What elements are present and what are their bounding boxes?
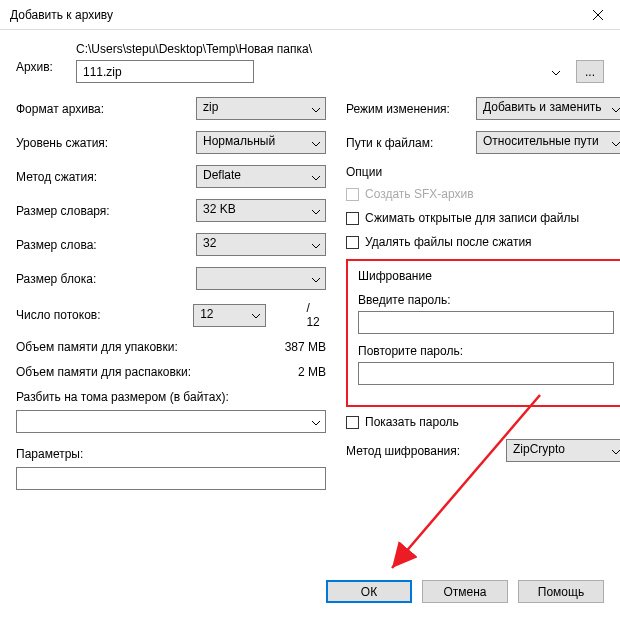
block-select[interactable] [196, 267, 326, 290]
split-input[interactable] [16, 410, 326, 433]
dict-select[interactable]: 32 KB [196, 199, 326, 222]
dict-label: Размер словаря: [16, 204, 196, 218]
compress-open-checkbox[interactable] [346, 212, 359, 225]
encryption-title: Шифрование [358, 269, 614, 283]
block-label: Размер блока: [16, 272, 196, 286]
enc-method-label: Метод шифрования: [346, 444, 506, 458]
cancel-button[interactable]: Отмена [422, 580, 508, 603]
paths-label: Пути к файлам: [346, 136, 476, 150]
mem-pack-label: Объем памяти для упаковки: [16, 340, 178, 354]
password-input[interactable] [358, 311, 614, 334]
threads-label: Число потоков: [16, 308, 193, 322]
help-button[interactable]: Помощь [518, 580, 604, 603]
delete-after-checkbox[interactable] [346, 236, 359, 249]
params-label: Параметры: [16, 447, 326, 461]
show-password-label: Показать пароль [365, 415, 459, 429]
archive-path: C:\Users\stepu\Desktop\Temp\Новая папка\ [76, 42, 604, 56]
mem-pack-value: 387 MB [285, 340, 326, 354]
threads-select[interactable]: 12 [193, 304, 266, 327]
mode-select[interactable]: Добавить и заменить [476, 97, 620, 120]
titlebar: Добавить к архиву [0, 0, 620, 30]
split-label: Разбить на тома размером (в байтах): [16, 390, 326, 404]
method-select[interactable]: Deflate [196, 165, 326, 188]
show-password-checkbox[interactable] [346, 416, 359, 429]
chevron-down-icon [552, 65, 560, 79]
word-label: Размер слова: [16, 238, 196, 252]
close-button[interactable] [575, 0, 620, 30]
enc-method-select[interactable]: ZipCrypto [506, 439, 620, 462]
window-title: Добавить к архиву [10, 8, 575, 22]
level-select[interactable]: Нормальный [196, 131, 326, 154]
mode-label: Режим изменения: [346, 102, 476, 116]
format-label: Формат архива: [16, 102, 196, 116]
archive-filename-input[interactable] [76, 60, 254, 83]
delete-after-label: Удалять файлы после сжатия [365, 235, 532, 249]
mem-unpack-label: Объем памяти для распаковки: [16, 365, 191, 379]
repeat-password-input[interactable] [358, 362, 614, 385]
sfx-checkbox [346, 188, 359, 201]
level-label: Уровень сжатия: [16, 136, 196, 150]
params-input[interactable] [16, 467, 326, 490]
ok-button[interactable]: ОК [326, 580, 412, 603]
options-title: Опции [346, 165, 620, 179]
compress-open-label: Сжимать открытые для записи файлы [365, 211, 579, 225]
format-select[interactable]: zip [196, 97, 326, 120]
browse-button[interactable]: ... [576, 60, 604, 83]
archive-label: Архив: [16, 42, 76, 74]
encryption-group: Шифрование Введите пароль: Повторите пар… [346, 259, 620, 407]
mem-unpack-value: 2 MB [298, 365, 326, 379]
paths-select[interactable]: Относительные пути [476, 131, 620, 154]
threads-total: / 12 [306, 301, 326, 329]
sfx-label: Создать SFX-архив [365, 187, 474, 201]
method-label: Метод сжатия: [16, 170, 196, 184]
word-select[interactable]: 32 [196, 233, 326, 256]
close-icon [593, 10, 603, 20]
enter-password-label: Введите пароль: [358, 293, 614, 307]
repeat-password-label: Повторите пароль: [358, 344, 614, 358]
